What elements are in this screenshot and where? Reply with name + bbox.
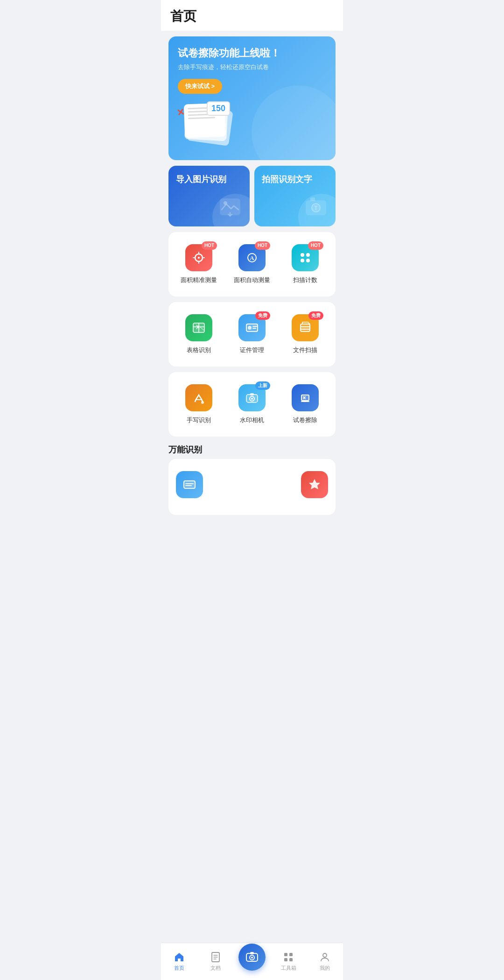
- svg-point-14: [301, 253, 304, 257]
- badge-new-watermark: 上新: [255, 381, 270, 390]
- tool-label-handwrite: 手写识别: [187, 416, 211, 424]
- tool-id-manage[interactable]: 免费 证件管理: [225, 306, 279, 363]
- banner-illustration: 150 ✕: [170, 101, 231, 157]
- svg-point-15: [306, 253, 310, 257]
- tool-label-table: 表格识别: [187, 346, 211, 354]
- badge-hot-area-auto: HOT: [255, 241, 270, 250]
- universal-recognition-section: [168, 459, 336, 515]
- badge-free-file: 免费: [308, 311, 323, 320]
- svg-point-30: [201, 401, 204, 404]
- svg-rect-37: [184, 481, 195, 488]
- banner-title: 试卷擦除功能上线啦！: [178, 47, 326, 60]
- photo-recognize-icon: T: [302, 193, 330, 221]
- import-image-label: 导入图片识别: [176, 174, 242, 185]
- universal-item-2[interactable]: [297, 463, 332, 511]
- tool-icon-wrap-area-auto: A HOT: [238, 244, 266, 271]
- tool-icon-wrap-handwrite: [185, 384, 212, 411]
- svg-point-17: [306, 259, 310, 262]
- quick-actions-row: 导入图片识别 拍照识别文字 T: [168, 166, 336, 226]
- table-recognize-icon: X: [185, 314, 212, 341]
- svg-point-7: [198, 257, 200, 259]
- svg-text:A: A: [250, 254, 254, 261]
- svg-point-1: [224, 201, 227, 205]
- svg-rect-27: [301, 324, 310, 331]
- universal-section-title: 万能识别: [168, 444, 336, 455]
- import-image-card[interactable]: 导入图片识别: [168, 166, 250, 226]
- svg-point-16: [301, 259, 304, 262]
- tool-icon-wrap-watermark: 上新: [238, 384, 266, 411]
- svg-text:X: X: [196, 324, 200, 331]
- svg-point-33: [251, 398, 253, 400]
- svg-rect-35: [301, 395, 309, 401]
- svg-rect-34: [250, 393, 254, 395]
- page-header: 首页: [161, 0, 343, 31]
- tool-icon-wrap-table: X: [185, 314, 212, 341]
- tool-icon-wrap-exam: [292, 384, 319, 411]
- tool-area-auto[interactable]: A HOT 面积自动测量: [225, 236, 279, 293]
- tool-icon-wrap-id: 免费: [238, 314, 266, 341]
- tool-grid-row3: 手写识别 上新 水印相机: [168, 372, 336, 437]
- tool-label-area-precise: 面积精准测量: [181, 276, 217, 284]
- tool-watermark-camera[interactable]: 上新 水印相机: [225, 376, 279, 433]
- tool-icon-wrap-scan-count: HOT: [292, 244, 319, 271]
- import-image-icon: [216, 193, 244, 221]
- exam-erase-icon: [292, 384, 319, 411]
- tool-grid-row2: X 表格识别: [168, 302, 336, 367]
- universal-icon-2: [301, 471, 328, 498]
- tool-handwrite[interactable]: 手写识别: [172, 376, 225, 433]
- svg-rect-5: [310, 197, 315, 201]
- svg-text:T: T: [314, 205, 318, 212]
- tool-label-area-auto: 面积自动测量: [234, 276, 270, 284]
- handwrite-icon: [185, 384, 212, 411]
- universal-icon-1: [176, 471, 203, 498]
- tool-scan-count[interactable]: HOT 扫描计数: [279, 236, 332, 293]
- tool-label-exam: 试卷擦除: [293, 416, 317, 424]
- score-label: 150: [207, 101, 230, 116]
- universal-row: [172, 463, 332, 511]
- badge-hot-scan-count: HOT: [308, 241, 323, 250]
- tool-label-file: 文件扫描: [293, 346, 317, 354]
- tool-label-id: 证件管理: [240, 346, 264, 354]
- photo-recognize-label: 拍照识别文字: [262, 174, 328, 185]
- tool-table-recognize[interactable]: X 表格识别: [172, 306, 225, 363]
- badge-hot-area-precise: HOT: [202, 241, 217, 250]
- tool-exam-erase[interactable]: 试卷擦除: [279, 376, 332, 433]
- tool-icon-wrap-file: 免费: [292, 314, 319, 341]
- badge-free-id: 免费: [255, 311, 270, 320]
- universal-item-1[interactable]: [172, 463, 207, 511]
- tool-label-scan-count: 扫描计数: [293, 276, 317, 284]
- tool-grid-row1: HOT 面积精准测量 A HOT 面积自动测量: [168, 232, 336, 296]
- banner-subtitle: 去除手写痕迹，轻松还原空白试卷: [178, 63, 326, 71]
- tool-file-scan[interactable]: 免费 文件扫描: [279, 306, 332, 363]
- promo-banner: 试卷擦除功能上线啦！ 去除手写痕迹，轻松还原空白试卷 快来试试 > 150 ✕: [168, 36, 336, 160]
- banner-bg-decoration: [252, 85, 336, 160]
- tool-area-precise[interactable]: HOT 面积精准测量: [172, 236, 225, 293]
- page-title: 首页: [170, 7, 334, 25]
- svg-point-24: [248, 326, 252, 330]
- tool-icon-wrap-area-precise: HOT: [185, 244, 212, 271]
- photo-recognize-card[interactable]: 拍照识别文字 T: [254, 166, 336, 226]
- tool-label-watermark: 水印相机: [240, 416, 264, 424]
- banner-try-button[interactable]: 快来试试 >: [178, 79, 222, 94]
